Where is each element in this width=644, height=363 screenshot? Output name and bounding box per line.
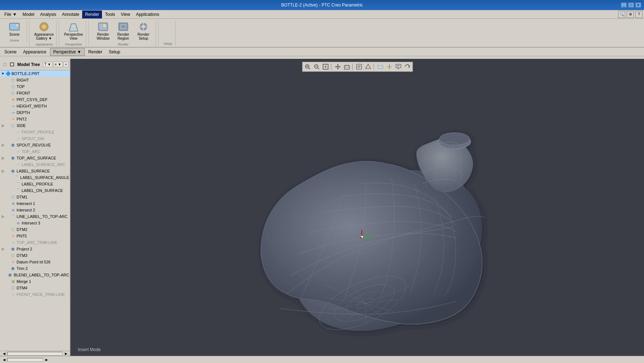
tree-item-hw[interactable]: ▷ ⊸ HEIGHT_WIDTH xyxy=(0,103,70,109)
tree-item-pnt5[interactable]: ▷ ✦ PNT5 xyxy=(0,233,70,239)
tree-columns-btn[interactable]: ≡ ▼ xyxy=(53,62,63,67)
menu-annotate[interactable]: Annotate xyxy=(59,10,82,18)
tree-item-ta[interactable]: ▷ ↗ TOP_ARC xyxy=(0,148,70,155)
settings-button[interactable]: ⚙ xyxy=(627,11,634,18)
proj2-icon: ⬟ xyxy=(10,246,16,252)
tree-item-dtm2[interactable]: ▷ ⬡ DTM2 xyxy=(0,226,70,233)
tree-item-top[interactable]: ▷ ⬡ TOP xyxy=(0,83,70,90)
divider-3 xyxy=(88,20,89,46)
tree-area[interactable]: ▼ 🔷 BOTTLE-2.PRT ▷ ⬡ RIGHT ▷ ⬡ TOP ▷ ⬡ F… xyxy=(0,70,70,351)
tree-item-int3[interactable]: ▷ ⊕ Intersect 3 xyxy=(0,220,70,226)
sub-appearance[interactable]: Appearance xyxy=(20,48,49,56)
tree-item-fftl[interactable]: ▷ ↗ FRONT_FACE_TRIM-LINE xyxy=(0,291,70,298)
maximize-button[interactable]: □ xyxy=(628,3,634,8)
tree-item-int1[interactable]: ▷ ⊕ Intersect 1 xyxy=(0,200,70,207)
status-scroll-right[interactable]: ▶ xyxy=(44,357,49,362)
tree-item-dtm1[interactable]: ▷ ⬡ DTM1 xyxy=(0,194,70,200)
menu-analysis[interactable]: Analysis xyxy=(37,10,59,18)
menu-model[interactable]: Model xyxy=(20,10,37,18)
tree-item-tatl[interactable]: ▷ ↗ TOP_ARC_TRIM-LINE xyxy=(0,239,70,246)
tree-item-dtm3[interactable]: ▷ ⬡ DTM3 xyxy=(0,252,70,259)
sub-perspective[interactable]: Perspective ▼ xyxy=(50,48,85,56)
render-window-button[interactable]: RenderWindow xyxy=(94,20,112,41)
exp-side[interactable]: ▷ xyxy=(1,124,5,127)
tree-select-icon[interactable]: ⬚ xyxy=(1,61,8,68)
pnt5-icon: ✦ xyxy=(10,233,16,239)
vp-zoom-extent[interactable] xyxy=(321,63,330,71)
status-scroll: ◀ ▶ xyxy=(1,357,49,362)
scroll-track[interactable] xyxy=(7,352,63,355)
tree-item-trim2[interactable]: ▷ ⬟ Trim 2 xyxy=(0,265,70,272)
search-button[interactable]: 🔍 xyxy=(618,11,625,18)
vp-annotations[interactable] xyxy=(394,63,403,71)
close-button[interactable]: ✕ xyxy=(635,3,641,8)
exp-sr[interactable]: ▷ xyxy=(1,143,5,147)
menu-tools[interactable]: Tools xyxy=(102,10,118,18)
tree-filter-btn[interactable]: T ▼ xyxy=(43,62,53,67)
vp-datum-planes[interactable] xyxy=(376,63,385,71)
tree-item-fp[interactable]: ▷ ↗ FRONT_PROFILE xyxy=(0,129,70,135)
sub-render[interactable]: Render xyxy=(85,48,105,56)
appearance-gallery-button[interactable]: AppearanceGallery ▼ xyxy=(35,20,53,41)
render-region-button[interactable]: RenderRegion xyxy=(114,20,133,41)
tree-item-lp[interactable]: ▷ ⌒ LABEL_PROFILE xyxy=(0,181,70,187)
perspective-view-button[interactable]: PerspectiveView xyxy=(64,20,83,41)
menu-file[interactable]: File ▼ xyxy=(1,10,20,18)
tree-item-los[interactable]: ▷ ⌒ LABEL_ON_SURFACE xyxy=(0,187,70,194)
menu-view[interactable]: View xyxy=(118,10,133,18)
vp-spin[interactable] xyxy=(403,63,412,71)
sub-scene[interactable]: Scene xyxy=(1,48,19,56)
model-3d xyxy=(71,59,644,356)
tree-item-right[interactable]: ▷ ⬡ RIGHT xyxy=(0,77,70,83)
tree-item-int2[interactable]: ▷ ⊕ Intersect 2 xyxy=(0,207,70,213)
exp-proj2[interactable]: ▷ xyxy=(1,247,5,251)
tree-item-sd[interactable]: ▷ ↗ SPOUT_DIA xyxy=(0,135,70,142)
tree-settings-btn[interactable]: + xyxy=(63,62,68,67)
tree-item-depth[interactable]: ▷ ⊸ DEPTH xyxy=(0,109,70,116)
tree-item-merge1[interactable]: ▷ ⊞ Merge 1 xyxy=(0,278,70,285)
tree-item-tas[interactable]: ▷ ⬟ TOP_ARC_SURFACE xyxy=(0,155,70,161)
scene-button[interactable]: Scene xyxy=(5,20,24,37)
tree-item-ls[interactable]: ▷ ⬟ LABEL_SURFACE xyxy=(0,168,70,174)
tree-item-proj2[interactable]: ▷ ⬟ Project 2 xyxy=(0,246,70,252)
tree-item-side[interactable]: ▷ ⬡ SIDE xyxy=(0,122,70,129)
status-scroll-left[interactable]: ◀ xyxy=(1,357,6,362)
sub-setup[interactable]: Setup xyxy=(106,48,123,56)
tree-item-dtm4[interactable]: ▷ ⬡ DTM4 xyxy=(0,285,70,291)
exp-ls[interactable]: ▷ xyxy=(1,169,5,173)
vp-zoom-fit[interactable] xyxy=(303,63,312,71)
scroll-left-btn[interactable]: ◀ xyxy=(1,351,6,356)
menu-render[interactable]: Render xyxy=(82,10,102,18)
scene-group-label: Scene xyxy=(10,39,19,42)
dtm3-label: DTM3 xyxy=(17,253,27,258)
render-setup-button[interactable]: RenderSetup xyxy=(134,20,153,41)
tree-item-dp526[interactable]: ▷ ✦ Datum Point Id 526 xyxy=(0,259,70,265)
tree-item-llta[interactable]: ▷ ⌒ LINE_LABEL_TO_TOP-ARC xyxy=(0,213,70,220)
vp-pan[interactable] xyxy=(333,63,342,71)
tree-item-pnt2[interactable]: ▷ ✦ PNT2 xyxy=(0,116,70,122)
tree-item-lsa[interactable]: ▷ ↗ LABEL_SURFACE_ARC xyxy=(0,161,70,168)
tree-item-front[interactable]: ▷ ⬡ FRONT xyxy=(0,90,70,96)
scroll-right-btn[interactable]: ▶ xyxy=(63,351,68,356)
vp-display-style[interactable] xyxy=(364,63,372,71)
svg-point-5 xyxy=(43,26,45,27)
minimize-button[interactable]: _ xyxy=(621,3,627,8)
exp-llta[interactable]: ▷ xyxy=(1,215,5,218)
exp-tas[interactable]: ▷ xyxy=(1,156,5,160)
viewport[interactable]: Insert Mode xyxy=(71,59,644,356)
tree-item-blend[interactable]: ▷ ⬟ BLEND_LABEL_TO_TOP-ARC xyxy=(0,272,70,278)
help-button[interactable]: ? xyxy=(635,11,643,18)
vp-saved-views[interactable] xyxy=(355,63,363,71)
expand-root[interactable]: ▼ xyxy=(1,72,5,75)
status-track[interactable] xyxy=(7,358,43,362)
vp-datum-axes[interactable] xyxy=(385,63,394,71)
tree-item-sr[interactable]: ▷ ⬟ SPOUT_REVOLVE xyxy=(0,142,70,148)
menu-applications[interactable]: Applications xyxy=(133,10,162,18)
tree-item-lsan[interactable]: ▷ ⌒ LABEL_SURFACE_ANGLE xyxy=(0,174,70,181)
vp-zoom-out[interactable] xyxy=(312,63,321,71)
tree-icon-2[interactable]: 🔲 xyxy=(9,61,15,68)
tree-item-root[interactable]: ▼ 🔷 BOTTLE-2.PRT xyxy=(0,70,70,77)
tree-item-csys[interactable]: ▷ ✳ PRT_CSYS_DEF xyxy=(0,96,70,103)
vp-orient[interactable] xyxy=(342,63,351,71)
top-icon: ⬡ xyxy=(10,84,16,89)
